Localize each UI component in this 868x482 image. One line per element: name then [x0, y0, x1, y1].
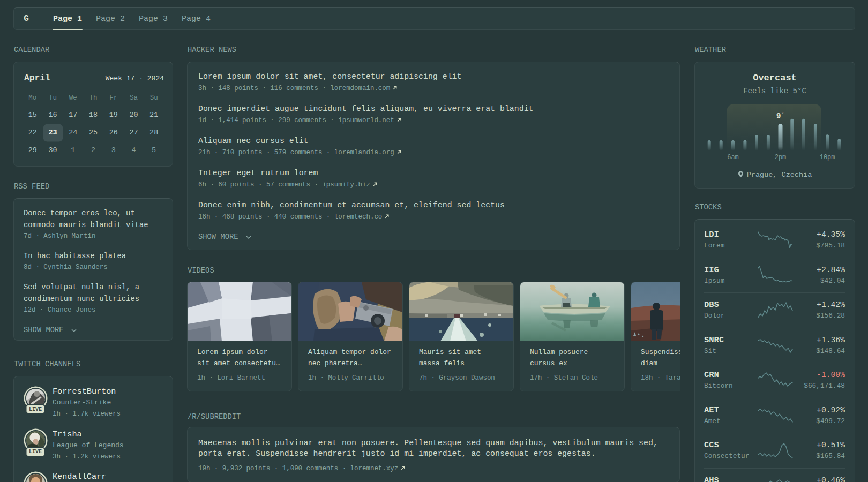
svg-text:°: ° — [781, 111, 784, 117]
svg-text:9: 9 — [776, 112, 781, 120]
